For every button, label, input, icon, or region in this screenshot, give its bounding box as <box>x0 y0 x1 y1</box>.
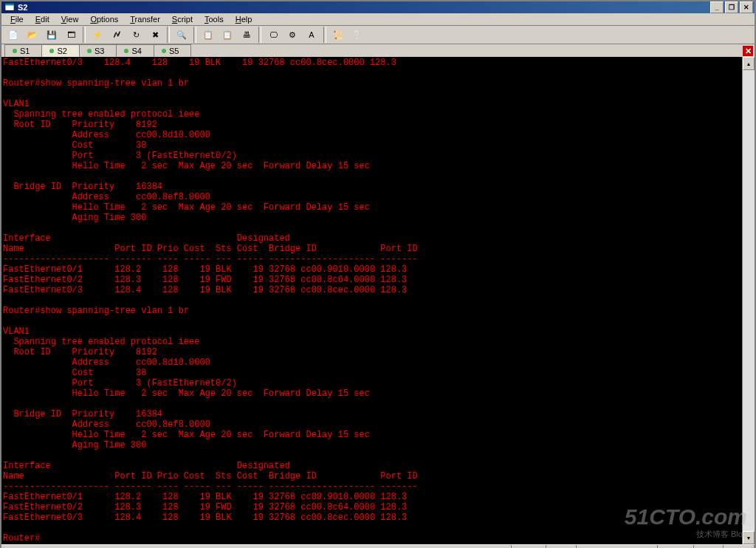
terminal-line: Interface Designated <box>3 461 740 471</box>
tab-s4[interactable]: S4 <box>116 44 154 57</box>
terminal-line: Port 3 (FastEthernet0/2) <box>3 151 740 161</box>
terminal-line: Cost 38 <box>3 140 740 151</box>
status-bullet-icon <box>49 49 54 53</box>
terminal-line <box>3 223 740 233</box>
terminal-line: Aging Time 300 <box>3 213 740 223</box>
script-icon[interactable]: 📜 <box>329 26 347 44</box>
menu-transfer[interactable]: Transfer <box>124 13 166 25</box>
terminal-line: Address cc00.8d10.0000 <box>3 357 740 368</box>
terminal-line: VLAN1 <box>3 99 740 109</box>
menu-view[interactable]: View <box>55 13 85 25</box>
options-icon[interactable]: ⚙ <box>284 26 301 44</box>
terminal-line: Root ID Priority 8192 <box>3 347 740 357</box>
copy-icon[interactable]: 📋 <box>199 26 217 44</box>
connect-icon[interactable]: ⚡ <box>89 26 106 44</box>
tab-s3[interactable]: S3 <box>79 44 117 57</box>
disconnect-icon[interactable]: ✖ <box>146 26 164 44</box>
terminal-line: Hello Time 2 sec Max Age 20 sec Forward … <box>3 161 740 171</box>
status-caps <box>694 545 724 548</box>
statusbar: Ready Telnet 47, 8 47 Rows, 132 Cols VT1… <box>1 544 755 548</box>
terminal-line: Bridge ID Priority 16384 <box>3 182 740 192</box>
terminal-line: Hello Time 2 sec Max Age 20 sec Forward … <box>3 430 740 440</box>
paste-icon[interactable]: 📋 <box>219 26 236 44</box>
terminal-line: Interface Designated <box>3 233 740 244</box>
status-size: 47 Rows, 132 Cols <box>577 545 657 548</box>
scroll-down-button[interactable]: ▼ <box>743 531 755 544</box>
terminal-line: Spanning tree enabled protocol ieee <box>3 337 740 347</box>
terminal-line: Cost 38 <box>3 368 740 378</box>
vertical-scrollbar[interactable]: ▲ ▼ <box>742 57 755 544</box>
status-bullet-icon <box>124 49 128 53</box>
terminal-line: Address cc00.8ef8.0000 <box>3 419 740 430</box>
menu-edit[interactable]: Edit <box>30 13 55 25</box>
minimize-button[interactable]: _ <box>710 1 724 13</box>
terminal-line: FastEthernet0/3 128.4 128 19 BLK 19 3276… <box>3 285 740 295</box>
tabbar: S1S2S3S4S5✕ <box>1 44 755 57</box>
tab-label: S1 <box>20 47 30 55</box>
tab-label: S5 <box>169 47 179 55</box>
terminal-line: Hello Time 2 sec Max Age 20 sec Forward … <box>3 388 740 399</box>
terminal-line <box>3 89 740 99</box>
new-icon[interactable]: 📄 <box>4 26 22 44</box>
terminal-line: Bridge ID Priority 16384 <box>3 409 740 419</box>
terminal-line <box>3 68 740 78</box>
font-icon[interactable]: A <box>303 26 320 44</box>
terminal-line: -------------------- ------- ---- ----- … <box>3 254 740 264</box>
status-ready: Ready <box>1 545 512 548</box>
svg-rect-1 <box>5 4 14 6</box>
terminal-line <box>3 295 740 306</box>
props-icon[interactable]: 🗔 <box>62 26 80 44</box>
maximize-button[interactable]: ❐ <box>725 1 738 13</box>
terminal-line: -------------------- ------- ---- ----- … <box>3 482 740 492</box>
terminal-line: VLAN1 <box>3 326 740 337</box>
toolbar-separator <box>167 27 170 43</box>
terminal-line: Address cc00.8d10.0000 <box>3 130 740 140</box>
reconnect-icon[interactable]: ↻ <box>127 26 145 44</box>
status-cursor-pos: 47, 8 <box>546 545 577 548</box>
terminal-line: Router# <box>3 533 740 544</box>
session-icon[interactable]: 🖵 <box>264 26 282 44</box>
tab-s5[interactable]: S5 <box>154 44 191 57</box>
terminal[interactable]: FastEthernet0/3 128.4 128 19 BLK 19 3276… <box>1 57 742 544</box>
terminal-line: FastEthernet0/2 128.3 128 19 FWD 19 3276… <box>3 275 740 285</box>
window-title: S2 <box>18 3 27 12</box>
terminal-line: Router#show spanning-tree vlan 1 br <box>3 306 740 316</box>
close-button[interactable]: ✕ <box>740 1 753 13</box>
menu-tools[interactable]: Tools <box>199 13 230 25</box>
titlebar[interactable]: S2 _ ❐ ✕ <box>1 1 755 13</box>
save-icon[interactable]: 💾 <box>43 26 61 44</box>
toolbar-separator <box>193 27 196 43</box>
terminal-line: FastEthernet0/1 128.2 128 19 BLK 19 3276… <box>3 264 740 275</box>
search-icon[interactable]: 🔍 <box>173 26 190 44</box>
help-icon[interactable]: ❔ <box>348 26 366 44</box>
status-bullet-icon <box>13 49 17 53</box>
terminal-line: Aging Time 300 <box>3 440 740 451</box>
tab-s2[interactable]: S2 <box>41 44 79 57</box>
terminal-line: Port 3 (FastEthernet0/2) <box>3 378 740 388</box>
terminal-line: Name Port ID Prio Cost Sts Cost Bridge I… <box>3 471 740 482</box>
tab-label: S3 <box>94 47 104 55</box>
tab-close-button[interactable]: ✕ <box>743 46 753 56</box>
tab-s1[interactable]: S1 <box>4 44 42 57</box>
open-icon[interactable]: 📂 <box>24 26 41 44</box>
terminal-line: Name Port ID Prio Cost Sts Cost Bridge I… <box>3 244 740 254</box>
terminal-line <box>3 171 740 182</box>
tab-label: S2 <box>57 47 66 55</box>
terminal-line: Router#show spanning-tree vlan 1 br <box>3 78 740 89</box>
menu-help[interactable]: Help <box>230 13 258 25</box>
terminal-area: FastEthernet0/3 128.4 128 19 BLK 19 3276… <box>1 57 755 544</box>
status-bullet-icon <box>87 49 92 53</box>
quick-icon[interactable]: 🗲 <box>108 26 126 44</box>
terminal-line: FastEthernet0/2 128.3 128 19 FWD 19 3276… <box>3 502 740 513</box>
terminal-line: Hello Time 2 sec Max Age 20 sec Forward … <box>3 202 740 213</box>
scroll-up-button[interactable]: ▲ <box>743 57 755 70</box>
terminal-line: Spanning tree enabled protocol ieee <box>3 109 740 120</box>
status-num: NUM <box>724 545 755 548</box>
menu-options[interactable]: Options <box>84 13 124 25</box>
status-term: VT100 <box>658 545 694 548</box>
menu-script[interactable]: Script <box>166 13 199 25</box>
scroll-track[interactable] <box>743 70 755 531</box>
print-icon[interactable]: 🖶 <box>238 26 255 44</box>
menubar: FileEditViewOptionsTransferScriptToolsHe… <box>1 13 755 26</box>
menu-file[interactable]: File <box>4 13 30 25</box>
